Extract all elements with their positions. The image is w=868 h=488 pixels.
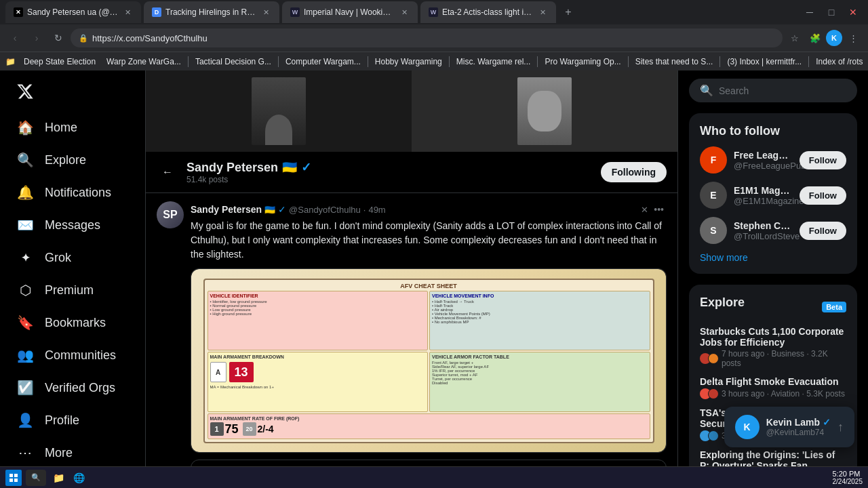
explore-icon: 🔍 — [16, 151, 34, 169]
main-feed: ← Sandy Petersen 🇺🇦 ✓ 51.4k posts Follow… — [146, 70, 678, 466]
back-button[interactable]: ‹ — [5, 28, 24, 47]
following-button[interactable]: Following — [601, 162, 667, 182]
refresh-button[interactable]: ↻ — [49, 28, 68, 47]
feed-back-button[interactable]: ← — [157, 161, 178, 183]
tab-close-4[interactable]: ✕ — [537, 7, 548, 18]
sidebar-communities-label: Communities — [45, 348, 116, 363]
scroll-to-top-button[interactable]: ↑ — [837, 420, 844, 434]
sidebar-nav: 🏠 Home 🔍 Explore 🔔 Notifications ✉️ Mess… — [8, 112, 137, 466]
tab-close-3[interactable]: ✕ — [399, 7, 410, 18]
explore-item-delta[interactable]: Delta Flight Smoke Evacuation 3 hours ag… — [700, 376, 846, 399]
start-button[interactable] — [5, 470, 22, 486]
x-logo[interactable] — [8, 76, 137, 109]
svg-rect-2 — [9, 479, 13, 482]
close-button[interactable]: ✕ — [844, 3, 863, 22]
profile-card-name: Kevin Lamb ✓ — [766, 417, 831, 428]
tweet-image-afv: AFV CHEAT SHEET VEHICLE IDENTIFIER • Ide… — [191, 268, 667, 453]
sidebar-bookmarks-label: Bookmarks — [45, 316, 106, 330]
sidebar-item-explore[interactable]: 🔍 Explore — [8, 144, 137, 176]
sidebar-item-messages[interactable]: ✉️ Messages — [8, 209, 137, 241]
avatar-placeholder-1: SP — [157, 201, 184, 228]
e1m1-avatar: E — [700, 182, 727, 209]
tab-close-1[interactable]: ✕ — [122, 7, 133, 18]
profile-card-bottom[interactable]: K Kevin Lamb ✓ @KevinLamb74 ↑ — [724, 407, 854, 447]
afv-cell-1: VEHICLE IDENTIFIER • Identifier, low gro… — [208, 291, 429, 351]
follow-button-e1m1[interactable]: Follow — [800, 186, 846, 205]
tweet-author-1: Sandy Petersen — [191, 204, 262, 215]
taskbar-chrome[interactable]: 🌐 — [71, 470, 87, 486]
tweet-flag-1: 🇺🇦 — [264, 205, 275, 215]
bookmark-inbox[interactable]: (3) Inbox | kermittfr... — [723, 56, 806, 68]
free-league-name: Free League Publishing — [734, 150, 793, 161]
browser-tab-2[interactable]: D Tracking Hirelings in RPGs ✕ — [144, 1, 279, 23]
sidebar-explore-label: Explore — [45, 153, 86, 167]
follow-button-stephen[interactable]: Follow — [800, 222, 846, 240]
bookmark-deep-state[interactable]: Deep State Election — [20, 56, 100, 68]
profile-button[interactable]: K — [826, 30, 842, 46]
profile-card-handle: @KevinLamb74 — [766, 428, 831, 437]
tab-close-2[interactable]: ✕ — [260, 7, 271, 18]
sidebar-item-profile[interactable]: 👤 Profile — [8, 405, 137, 436]
explore-lies-title: Exploring the Origins: 'Lies of P: Overt… — [700, 449, 846, 466]
browser-tab-3[interactable]: W Imperial Navy | Wookieepedia ... ✕ — [282, 1, 418, 23]
bookmark-computer-wargam[interactable]: Computer Wargam... — [281, 56, 365, 68]
bookmark-separator-3 — [368, 56, 368, 67]
show-more-follow[interactable]: Show more — [700, 252, 846, 263]
notifications-icon: 🔔 — [16, 184, 34, 201]
bookmark-index[interactable]: Index of /rots — [812, 56, 867, 68]
search-input[interactable] — [719, 85, 846, 96]
sidebar-item-notifications[interactable]: 🔔 Notifications — [8, 177, 137, 208]
feed-profile-info: Sandy Petersen 🇺🇦 ✓ 51.4k posts — [186, 160, 593, 184]
tweet-time-1: 49m — [368, 205, 385, 215]
extensions-button[interactable]: 🧩 — [806, 28, 825, 47]
minimize-button[interactable]: ─ — [800, 3, 819, 22]
taskbar-file-explorer[interactable]: 📁 — [50, 470, 66, 486]
address-bar[interactable]: 🔒 https://x.com/SandyofCthulhu — [71, 28, 783, 47]
browser-tab-1[interactable]: ✕ Sandy Petersen ua (@SandyofC... ✕ — [5, 1, 141, 23]
sidebar-item-bookmarks[interactable]: 🔖 Bookmarks — [8, 307, 137, 338]
bookmark-pro[interactable]: Pro Wargaming Op... — [540, 56, 625, 68]
browser-tab-4[interactable]: W Eta-2 Actis-class light intercep... ✕ — [420, 1, 556, 23]
quoted-tweet-1[interactable]: C Old School Warg... @LiberyForAll19 · 5… — [191, 460, 667, 466]
bookmark-separator-4 — [449, 56, 450, 67]
svg-rect-0 — [9, 474, 13, 477]
explore-item-starbucks[interactable]: Starbucks Cuts 1,100 Corporate Jobs for … — [700, 326, 846, 368]
afv-cell-5: MAIN ARMAMENT RATE OF FIRE (ROF) 1 75 20… — [208, 413, 650, 439]
explore-item-lies-of-p[interactable]: Exploring the Origins: 'Lies of P: Overt… — [700, 449, 846, 466]
stephen-handle: @TrollLordSteve — [734, 231, 793, 241]
bookmark-separator-8 — [808, 56, 809, 67]
tweet-verified-1: ✓ — [278, 204, 286, 215]
afv-cell-4: VEHICLE ARMOR FACTOR TABLE Front AF, lar… — [429, 352, 650, 412]
sidebar-item-home[interactable]: 🏠 Home — [8, 112, 137, 143]
lock-icon: 🔒 — [79, 34, 88, 43]
sidebar: 🏠 Home 🔍 Explore 🔔 Notifications ✉️ Mess… — [0, 70, 146, 466]
explore-delta-meta: 3 hours ago · Aviation · 5.3K posts — [700, 388, 846, 399]
who-to-follow-title: Who to follow — [700, 124, 846, 138]
follow-suggestion-stephen: S Stephen Chenault, TL... @TrollLordStev… — [700, 217, 846, 244]
new-tab-button[interactable]: + — [559, 3, 578, 22]
free-league-handle: @FreeLeaguePub — [734, 161, 793, 171]
bookmark-warp-zone[interactable]: Warp Zone WarGa... — [102, 56, 185, 68]
follow-button-free-league[interactable]: Follow — [800, 151, 846, 169]
sidebar-item-more[interactable]: ⋯ More — [8, 437, 137, 466]
search-bar[interactable]: 🔍 — [689, 79, 857, 102]
tweet-1[interactable]: SP Sandy Petersen 🇺🇦 ✓ @SandyofCthulhu ·… — [146, 193, 677, 466]
forward-button[interactable]: › — [27, 28, 46, 47]
sidebar-home-label: Home — [45, 121, 77, 135]
taskbar-search[interactable]: 🔍 — [26, 470, 46, 486]
sidebar-item-premium[interactable]: ⬡ Premium — [8, 274, 137, 306]
explore-starbucks-title: Starbucks Cuts 1,100 Corporate Jobs for … — [700, 326, 846, 348]
communities-icon: 👥 — [16, 346, 34, 364]
bookmark-star-button[interactable]: ☆ — [785, 28, 804, 47]
chrome-menu-button[interactable]: ⋮ — [844, 28, 863, 47]
sidebar-item-verified-orgs[interactable]: ☑️ Verified Orgs — [8, 372, 137, 403]
bookmark-hobby[interactable]: Hobby Wargaming — [371, 56, 446, 68]
bookmark-misc[interactable]: Misc. Wargame rel... — [452, 56, 535, 68]
sidebar-item-grok[interactable]: ✦ Grok — [8, 242, 137, 273]
bookmark-tactical[interactable]: Tactical Decision G... — [191, 56, 275, 68]
bookmarks-label: 📁 — [5, 57, 16, 66]
bookmark-sites[interactable]: Sites that need to S... — [631, 56, 717, 68]
maximize-button[interactable]: □ — [822, 3, 841, 22]
sidebar-item-communities[interactable]: 👥 Communities — [8, 340, 137, 371]
tweet-menu-button-1[interactable]: ••• — [651, 201, 667, 218]
